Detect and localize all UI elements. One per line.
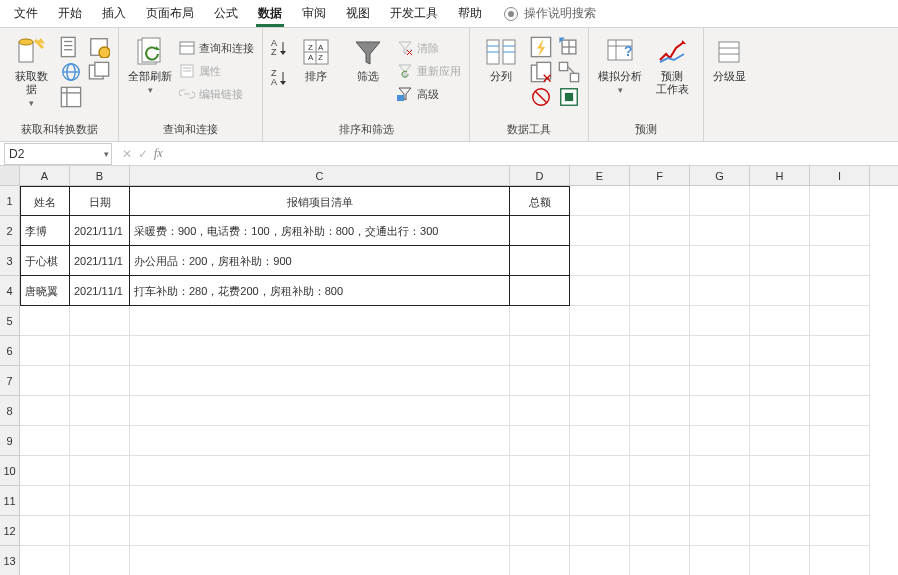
tab-layout[interactable]: 页面布局 (136, 1, 204, 26)
cell-F7[interactable] (630, 366, 690, 396)
cell-A4[interactable]: 唐晓翼 (20, 276, 70, 306)
cell-F8[interactable] (630, 396, 690, 426)
col-header-A[interactable]: A (20, 166, 70, 185)
cell-A10[interactable] (20, 456, 70, 486)
cell-C9[interactable] (130, 426, 510, 456)
cell-G7[interactable] (690, 366, 750, 396)
sort-desc-button[interactable]: ZA (271, 68, 287, 88)
cell-I5[interactable] (810, 306, 870, 336)
cell-G6[interactable] (690, 336, 750, 366)
cell-D7[interactable] (510, 366, 570, 396)
cell-A5[interactable] (20, 306, 70, 336)
cell-E4[interactable] (570, 276, 630, 306)
cell-C5[interactable] (130, 306, 510, 336)
consolidate-icon[interactable] (558, 36, 580, 58)
row-header-11[interactable]: 11 (0, 486, 20, 516)
cell-I9[interactable] (810, 426, 870, 456)
cell-I13[interactable] (810, 546, 870, 575)
cell-I6[interactable] (810, 336, 870, 366)
from-web-icon[interactable] (60, 61, 82, 83)
data-model-icon[interactable] (558, 86, 580, 108)
cell-A9[interactable] (20, 426, 70, 456)
cell-F2[interactable] (630, 216, 690, 246)
cell-H3[interactable] (750, 246, 810, 276)
tab-dev[interactable]: 开发工具 (380, 1, 448, 26)
cell-G5[interactable] (690, 306, 750, 336)
cell-C13[interactable] (130, 546, 510, 575)
remove-dup-icon[interactable] (530, 61, 552, 83)
cell-H8[interactable] (750, 396, 810, 426)
row-header-2[interactable]: 2 (0, 216, 20, 246)
tab-data[interactable]: 数据 (248, 1, 292, 26)
cell-H9[interactable] (750, 426, 810, 456)
cell-H1[interactable] (750, 186, 810, 216)
cell-G11[interactable] (690, 486, 750, 516)
cell-C11[interactable] (130, 486, 510, 516)
cell-F11[interactable] (630, 486, 690, 516)
cell-A12[interactable] (20, 516, 70, 546)
recent-sources-icon[interactable] (88, 36, 110, 58)
cell-G10[interactable] (690, 456, 750, 486)
cell-D4[interactable] (510, 276, 570, 306)
cell-D13[interactable] (510, 546, 570, 575)
cell-H2[interactable] (750, 216, 810, 246)
sort-asc-button[interactable]: AZ (271, 38, 287, 58)
col-header-I[interactable]: I (810, 166, 870, 185)
cell-E1[interactable] (570, 186, 630, 216)
cell-E8[interactable] (570, 396, 630, 426)
name-box[interactable]: D2 ▾ (4, 143, 112, 165)
tab-file[interactable]: 文件 (4, 1, 48, 26)
cell-A2[interactable]: 李博 (20, 216, 70, 246)
cell-F6[interactable] (630, 336, 690, 366)
row-header-13[interactable]: 13 (0, 546, 20, 575)
tab-home[interactable]: 开始 (48, 1, 92, 26)
cell-H10[interactable] (750, 456, 810, 486)
cell-F9[interactable] (630, 426, 690, 456)
row-header-8[interactable]: 8 (0, 396, 20, 426)
relationships-icon[interactable] (558, 61, 580, 83)
cell-E13[interactable] (570, 546, 630, 575)
cell-B3[interactable]: 2021/11/1 (70, 246, 130, 276)
properties-button[interactable]: 属性 (179, 61, 254, 81)
cell-I12[interactable] (810, 516, 870, 546)
cell-A11[interactable] (20, 486, 70, 516)
cell-F10[interactable] (630, 456, 690, 486)
cell-E9[interactable] (570, 426, 630, 456)
col-header-G[interactable]: G (690, 166, 750, 185)
clear-filter-button[interactable]: 清除 (397, 38, 461, 58)
reapply-button[interactable]: 重新应用 (397, 61, 461, 81)
tab-help[interactable]: 帮助 (448, 1, 492, 26)
cell-H13[interactable] (750, 546, 810, 575)
cell-B10[interactable] (70, 456, 130, 486)
cell-C8[interactable] (130, 396, 510, 426)
cell-C6[interactable] (130, 336, 510, 366)
row-header-1[interactable]: 1 (0, 186, 20, 216)
row-header-7[interactable]: 7 (0, 366, 20, 396)
cell-I4[interactable] (810, 276, 870, 306)
tab-view[interactable]: 视图 (336, 1, 380, 26)
cell-A8[interactable] (20, 396, 70, 426)
cell-G8[interactable] (690, 396, 750, 426)
cell-B1[interactable]: 日期 (70, 186, 130, 216)
cell-D2[interactable] (510, 216, 570, 246)
cell-H12[interactable] (750, 516, 810, 546)
col-header-C[interactable]: C (130, 166, 510, 185)
cell-B6[interactable] (70, 336, 130, 366)
row-header-5[interactable]: 5 (0, 306, 20, 336)
cell-H11[interactable] (750, 486, 810, 516)
cell-C10[interactable] (130, 456, 510, 486)
whatif-button[interactable]: ? 模拟分析 ▾ (597, 32, 643, 95)
cell-G12[interactable] (690, 516, 750, 546)
get-data-button[interactable]: 获取数 据 ▾ (8, 32, 54, 108)
cell-B12[interactable] (70, 516, 130, 546)
cell-B11[interactable] (70, 486, 130, 516)
cell-D6[interactable] (510, 336, 570, 366)
cell-I10[interactable] (810, 456, 870, 486)
cell-C12[interactable] (130, 516, 510, 546)
cell-B13[interactable] (70, 546, 130, 575)
cell-F4[interactable] (630, 276, 690, 306)
cell-A13[interactable] (20, 546, 70, 575)
cell-D9[interactable] (510, 426, 570, 456)
cell-G4[interactable] (690, 276, 750, 306)
advanced-filter-button[interactable]: 高级 (397, 84, 461, 104)
